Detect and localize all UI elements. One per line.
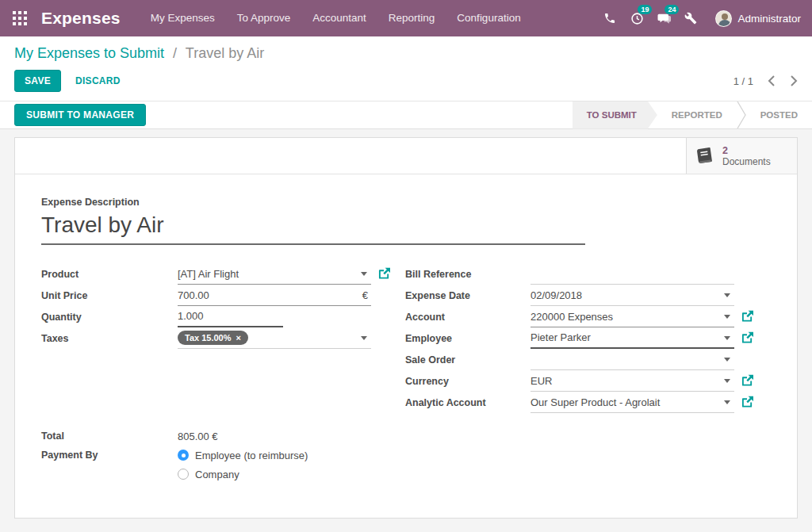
employee-label: Employee [405,327,530,349]
currency-external-link-icon[interactable] [741,375,753,387]
radio-unselected-icon[interactable] [178,469,189,480]
expense-description-label: Expense Description [41,197,771,208]
step-to-submit[interactable]: TO SUBMIT [573,101,657,129]
currency-suffix: € [362,289,368,301]
product-value: [AT] Air Flight [178,268,239,280]
button-box: 2 Documents [15,138,797,174]
analytic-account-dropdown-icon[interactable] [724,400,730,404]
radio-selected-icon[interactable] [178,450,189,461]
product-field-row: Product [AT] Air Flight [41,263,398,285]
analytic-account-external-link-icon[interactable] [741,396,753,408]
app-title: Expenses [41,9,121,28]
phone-icon[interactable] [596,0,623,36]
breadcrumb-current: Travel by Air [186,45,264,61]
expense-date-input[interactable]: 02/09/2018 [530,285,734,306]
menu-configuration[interactable]: Configuration [446,0,531,36]
quantity-input[interactable]: 1.000 [178,306,371,327]
messages-icon[interactable]: 24 [650,0,677,36]
submit-to-manager-button[interactable]: SUBMIT TO MANAGER [14,104,146,126]
user-menu[interactable]: Administrator [715,10,801,27]
breadcrumb: My Expenses to Submit / Travel by Air [14,45,798,62]
payment-by-options: Employee (to reimburse) Company [178,446,308,484]
sale-order-input[interactable] [530,349,734,370]
currency-field-row: Currency EUR [405,370,758,392]
menu-reporting[interactable]: Reporting [377,0,446,36]
discard-button[interactable]: DISCARD [75,75,121,86]
menu-my-expenses[interactable]: My Expenses [140,0,226,36]
account-external-link-icon[interactable] [741,311,753,323]
product-label: Product [41,263,178,285]
employee-input[interactable]: Pieter Parker [530,327,734,349]
fields-grid: Product [AT] Air Flight Unit Price [41,263,771,413]
documents-label: Documents [722,156,771,167]
total-value: 805.00 € [178,431,218,442]
taxes-dropdown-icon[interactable] [361,336,367,340]
grid-icon [13,11,27,25]
currency-input[interactable]: EUR [530,370,734,392]
breadcrumb-parent-link[interactable]: My Expenses to Submit [14,45,164,61]
unit-price-input[interactable]: 700.00 € [178,285,371,306]
bill-reference-input[interactable] [530,263,734,285]
pager: 1 / 1 [733,75,798,87]
sale-order-dropdown-icon[interactable] [724,358,730,362]
wrench-glyph [684,12,697,25]
product-external-link-icon[interactable] [378,268,390,280]
user-name: Administrator [737,13,801,25]
form-sheet: 2 Documents Expense Description Travel b… [14,137,798,519]
product-dropdown-icon[interactable] [361,272,367,276]
employee-external-link-icon[interactable] [741,331,753,343]
menu-to-approve[interactable]: To Approve [226,0,302,36]
currency-label: Currency [405,370,530,392]
user-avatar [715,10,732,27]
product-input[interactable]: [AT] Air Flight [178,263,371,285]
activities-icon[interactable]: 19 [623,0,650,36]
account-field-row: Account 220000 Expenses [405,306,758,327]
systray: 19 24 Administrator [596,0,801,36]
status-steps: TO SUBMIT REPORTED POSTED [573,101,812,129]
main-menu: My Expenses To Approve Accountant Report… [140,0,532,36]
step-reported[interactable]: REPORTED [657,101,737,129]
expense-date-dropdown-icon[interactable] [724,293,730,297]
currency-dropdown-icon[interactable] [724,379,730,383]
taxes-label: Taxes [41,327,178,349]
account-value: 220000 Expenses [530,311,613,323]
analytic-account-field-row: Analytic Account Our Super Product - Agr… [405,392,758,413]
chevron-right-icon [790,75,798,86]
payment-option-company-label: Company [195,469,239,480]
save-button[interactable]: SAVE [14,70,61,92]
account-input[interactable]: 220000 Expenses [530,306,734,327]
payment-by-row: Payment By Employee (to reimburse) Compa… [41,446,771,484]
total-row: Total 805.00 € [41,427,771,446]
payment-by-label: Payment By [41,446,178,465]
taxes-input[interactable]: Tax 15.00% × [178,327,371,349]
breadcrumb-separator: / [173,45,177,61]
account-label: Account [405,306,530,327]
apps-menu-icon[interactable] [11,10,29,27]
menu-accountant[interactable]: Accountant [301,0,377,36]
payment-option-company[interactable]: Company [178,465,308,484]
unit-price-label: Unit Price [41,285,178,306]
expense-date-field-row: Expense Date 02/09/2018 [405,285,758,306]
sale-order-label: Sale Order [405,349,530,370]
payment-option-employee[interactable]: Employee (to reimburse) [178,446,308,465]
form-body: Expense Description Travel by Air Produc… [15,174,797,484]
tax-tag-remove-icon[interactable]: × [236,333,241,343]
employee-field-row: Employee Pieter Parker [405,327,758,349]
bill-reference-field-row: Bill Reference [405,263,758,285]
tools-icon[interactable] [677,0,704,36]
account-dropdown-icon[interactable] [724,315,730,319]
documents-stat-button[interactable]: 2 Documents [686,138,797,174]
analytic-account-label: Analytic Account [405,392,530,413]
expense-date-value: 02/09/2018 [530,289,582,301]
currency-value: EUR [530,375,552,387]
employee-dropdown-icon[interactable] [724,336,730,340]
pager-next-button[interactable] [790,75,798,86]
step-posted[interactable]: POSTED [746,101,812,129]
chevron-left-icon [768,75,776,86]
top-navbar: Expenses My Expenses To Approve Accounta… [0,0,812,36]
phone-glyph [603,12,616,25]
left-column: Product [AT] Air Flight Unit Price [41,263,398,413]
analytic-account-input[interactable]: Our Super Product - Agrolait [530,392,734,413]
pager-previous-button[interactable] [768,75,776,86]
expense-description-input[interactable]: Travel by Air [41,211,585,245]
